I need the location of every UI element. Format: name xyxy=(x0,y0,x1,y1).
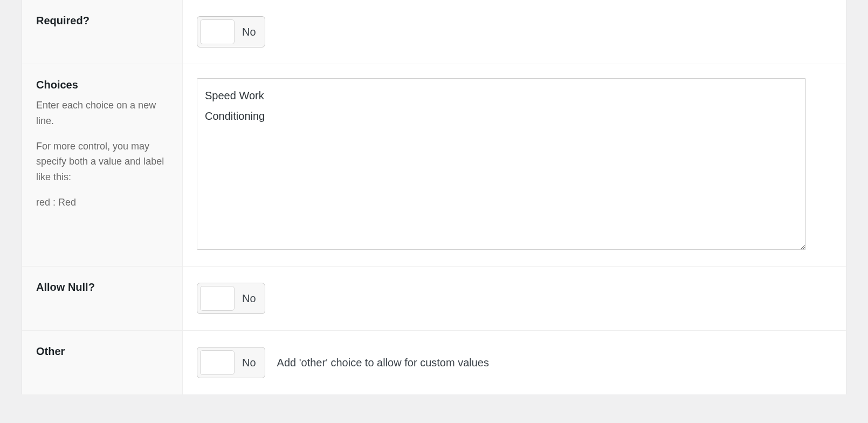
label-col-choices: Choices Enter each choice on a new line.… xyxy=(22,64,183,266)
toggle-other[interactable]: No xyxy=(197,347,265,378)
label-other: Other xyxy=(36,344,168,359)
desc-line-3: red : Red xyxy=(36,195,168,210)
row-required: Required? No xyxy=(22,0,846,64)
toggle-state-allow-null: No xyxy=(242,286,256,311)
control-col-required: No xyxy=(183,0,846,64)
label-required: Required? xyxy=(36,13,168,28)
desc-line-1: Enter each choice on a new line. xyxy=(36,98,168,129)
label-allow-null: Allow Null? xyxy=(36,279,168,295)
label-col-allow-null: Allow Null? xyxy=(22,267,183,330)
control-col-allow-null: No xyxy=(183,267,846,330)
toggle-state-required: No xyxy=(242,19,256,44)
toggle-knob xyxy=(200,19,235,44)
label-choices: Choices xyxy=(36,77,168,92)
field-settings-panel: Required? No Choices Enter each choice o… xyxy=(22,0,846,394)
toggle-knob xyxy=(200,350,235,375)
control-col-choices xyxy=(183,64,846,266)
choices-textarea[interactable] xyxy=(197,78,806,250)
control-col-other: No Add 'other' choice to allow for custo… xyxy=(183,331,846,394)
desc-choices: Enter each choice on a new line. For mor… xyxy=(36,98,168,210)
desc-line-2: For more control, you may specify both a… xyxy=(36,139,168,185)
toggle-knob xyxy=(200,286,235,311)
label-col-other: Other xyxy=(22,331,183,394)
toggle-allow-null[interactable]: No xyxy=(197,283,265,314)
other-hint: Add 'other' choice to allow for custom v… xyxy=(277,347,489,378)
toggle-state-other: No xyxy=(242,350,256,375)
row-choices: Choices Enter each choice on a new line.… xyxy=(22,64,846,266)
toggle-required[interactable]: No xyxy=(197,16,265,47)
row-allow-null: Allow Null? No xyxy=(22,266,846,330)
row-other: Other No Add 'other' choice to allow for… xyxy=(22,330,846,394)
label-col-required: Required? xyxy=(22,0,183,64)
